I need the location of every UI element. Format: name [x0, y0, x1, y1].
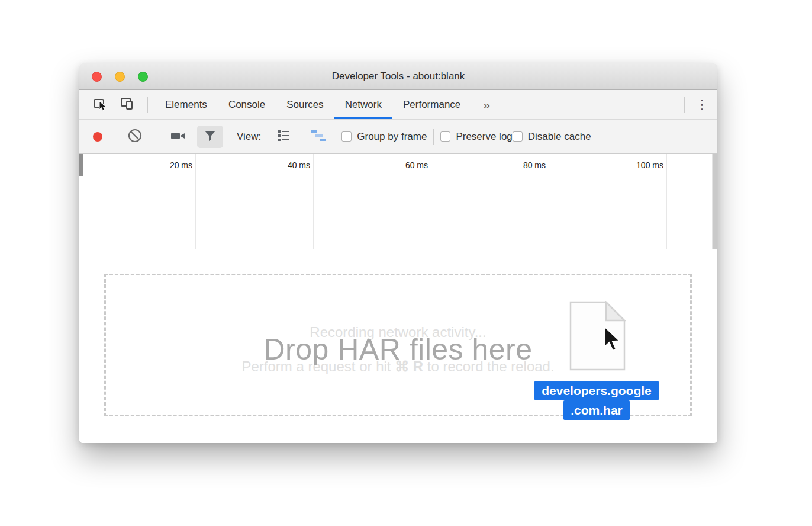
- preserve-log-option[interactable]: Preserve log: [440, 131, 512, 143]
- toolbar-separator-1: [163, 129, 163, 145]
- inspect-element-button[interactable]: [89, 94, 111, 116]
- group-by-frame-label: Group by frame: [357, 131, 427, 143]
- more-tabs-button[interactable]: »: [479, 97, 494, 113]
- group-by-frame-checkbox[interactable]: [341, 132, 352, 142]
- timeline-label: 60 ms: [405, 161, 428, 170]
- network-timeline: 20 ms 40 ms 60 ms 80 ms 100 ms: [79, 154, 717, 249]
- har-filename-line2: .com.har: [563, 400, 630, 420]
- timeline-label: 20 ms: [170, 161, 192, 170]
- device-toolbar-icon: [120, 96, 135, 113]
- disable-cache-checkbox[interactable]: [513, 132, 523, 142]
- devtools-tabbar: Elements Console Sources Network Perform…: [79, 90, 717, 120]
- timeline-filler: [667, 154, 717, 249]
- timeline-column: 60 ms: [314, 154, 431, 249]
- mouse-cursor-icon: [602, 325, 622, 356]
- use-large-rows-button[interactable]: [276, 129, 292, 144]
- inspect-cursor-icon: [92, 96, 108, 113]
- network-toolbar: View: Group by frame: [79, 120, 717, 154]
- tab-sources[interactable]: Sources: [276, 90, 334, 119]
- traffic-lights: [92, 63, 148, 89]
- close-window-button[interactable]: [92, 72, 102, 82]
- zoom-window-button[interactable]: [138, 72, 148, 82]
- tab-elements[interactable]: Elements: [154, 90, 218, 119]
- preserve-log-checkbox[interactable]: [440, 132, 450, 142]
- timeline-label: 80 ms: [523, 161, 546, 170]
- tab-performance[interactable]: Performance: [392, 90, 471, 119]
- waterfall-timeline-icon: [310, 129, 328, 144]
- view-label: View:: [237, 131, 261, 143]
- overflow-menu-button[interactable]: ⋮: [691, 97, 713, 113]
- clear-icon: [127, 127, 143, 146]
- clear-button[interactable]: [127, 127, 143, 146]
- minimize-window-button[interactable]: [115, 72, 125, 82]
- network-panel-body: Recording network activity... Perform a …: [79, 249, 717, 443]
- preserve-log-label: Preserve log: [456, 131, 512, 143]
- devtools-window: Developer Tools - about:blank Elements C…: [79, 63, 717, 443]
- list-view-icon: [276, 129, 292, 144]
- right-scrollbar[interactable]: [712, 154, 717, 249]
- window-title: Developer Tools - about:blank: [332, 70, 465, 82]
- record-button[interactable]: [93, 132, 102, 142]
- timeline-label: 100 ms: [636, 161, 663, 170]
- tab-network[interactable]: Network: [334, 90, 392, 119]
- disable-cache-label: Disable cache: [528, 131, 591, 143]
- camera-icon: [170, 129, 186, 145]
- group-by-frame-option[interactable]: Group by frame: [341, 131, 427, 143]
- toolbar-separator-3: [433, 129, 434, 145]
- capture-screenshots-button[interactable]: [170, 129, 186, 145]
- har-filename-line1: developers.google: [534, 381, 659, 400]
- har-filename-badge: developers.google .com.har: [523, 381, 670, 420]
- har-drop-zone[interactable]: Recording network activity... Perform a …: [104, 274, 692, 416]
- dragged-har-file: developers.google .com.har: [106, 275, 690, 415]
- filter-funnel-icon: [204, 129, 217, 144]
- show-waterfall-button[interactable]: [310, 129, 328, 144]
- left-scrollbar-thumb[interactable]: [79, 154, 83, 176]
- tab-console[interactable]: Console: [218, 90, 276, 119]
- tabbar-right: ⋮: [678, 97, 717, 113]
- tabbar-right-separator: [684, 97, 685, 113]
- timeline-column: 20 ms: [79, 154, 196, 249]
- device-toolbar-button[interactable]: [117, 94, 138, 116]
- tabbar-separator: [147, 97, 148, 113]
- titlebar[interactable]: Developer Tools - about:blank: [79, 63, 717, 90]
- timeline-column: 40 ms: [196, 154, 314, 249]
- timeline-column: 80 ms: [431, 154, 549, 249]
- filter-button[interactable]: [197, 126, 223, 148]
- timeline-label: 40 ms: [288, 161, 310, 170]
- toolbar-separator-2: [230, 129, 230, 145]
- disable-cache-option[interactable]: Disable cache: [513, 131, 591, 143]
- timeline-column: 100 ms: [549, 154, 667, 249]
